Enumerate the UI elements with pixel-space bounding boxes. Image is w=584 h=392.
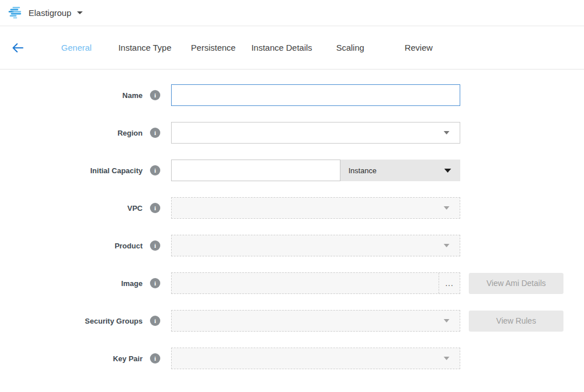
region-label: Region — [117, 129, 143, 137]
info-icon[interactable]: i — [150, 316, 160, 326]
key-pair-select[interactable] — [171, 348, 460, 369]
field-row-name: Name i — [0, 84, 584, 106]
key-pair-label: Key Pair — [113, 354, 143, 363]
security-groups-label: Security Groups — [85, 317, 143, 325]
view-rules-button[interactable]: View Rules — [469, 311, 563, 332]
field-row-initial-capacity: Initial Capacity i Instance — [0, 160, 584, 181]
general-settings-form: Name i Region i Initial Capacity i Insta… — [0, 70, 584, 369]
tab-general[interactable]: General — [42, 43, 111, 52]
tab-instance-details[interactable]: Instance Details — [248, 43, 316, 52]
chevron-down-icon — [444, 131, 449, 134]
info-icon[interactable]: i — [150, 128, 160, 138]
tab-persistence[interactable]: Persistence — [179, 43, 248, 52]
field-row-image: Image i ... View Ami Details — [0, 272, 584, 294]
tab-review[interactable]: Review — [384, 43, 453, 52]
field-row-key-pair: Key Pair i — [0, 348, 584, 369]
tab-instance-type[interactable]: Instance Type — [111, 43, 179, 52]
chevron-down-icon — [444, 244, 449, 247]
product-label: Product — [115, 242, 143, 250]
region-select[interactable] — [171, 122, 460, 144]
security-groups-select[interactable] — [171, 310, 460, 332]
field-row-security-groups: Security Groups i View Rules — [0, 310, 584, 332]
name-input[interactable] — [171, 84, 460, 106]
info-icon[interactable]: i — [150, 90, 160, 100]
field-row-product: Product i — [0, 235, 584, 256]
name-label: Name — [123, 91, 143, 100]
initial-capacity-label: Initial Capacity — [90, 166, 143, 175]
image-label: Image — [121, 279, 143, 288]
tab-scaling[interactable]: Scaling — [316, 43, 384, 52]
chevron-down-icon[interactable] — [77, 11, 83, 14]
initial-capacity-input[interactable] — [171, 160, 340, 181]
info-icon[interactable]: i — [150, 278, 160, 288]
info-icon[interactable]: i — [150, 240, 160, 251]
view-ami-details-button[interactable]: View Ami Details — [469, 273, 563, 294]
image-input[interactable]: ... — [171, 272, 460, 294]
image-value — [172, 273, 439, 293]
vpc-label: VPC — [127, 204, 143, 213]
top-bar: Elastigroup — [0, 0, 584, 26]
chevron-down-icon — [444, 169, 451, 173]
back-arrow-button[interactable] — [11, 42, 24, 54]
field-row-region: Region i — [0, 122, 584, 144]
chevron-down-icon — [444, 357, 449, 360]
chevron-down-icon — [444, 206, 449, 210]
field-row-vpc: VPC i — [0, 197, 584, 219]
product-select[interactable] — [171, 235, 460, 256]
info-icon[interactable]: i — [150, 165, 160, 175]
elastigroup-logo-icon — [8, 6, 23, 20]
capacity-unit-value: Instance — [348, 166, 376, 175]
capacity-unit-select[interactable]: Instance — [340, 160, 460, 181]
browse-image-button[interactable]: ... — [439, 273, 460, 293]
app-title[interactable]: Elastigroup — [29, 8, 71, 18]
chevron-down-icon — [444, 319, 449, 322]
info-icon[interactable]: i — [150, 203, 160, 213]
vpc-select[interactable] — [171, 197, 460, 219]
info-icon[interactable]: i — [150, 353, 160, 364]
tab-list: General Instance Type Persistence Instan… — [42, 43, 453, 52]
wizard-tab-bar: General Instance Type Persistence Instan… — [0, 26, 584, 70]
